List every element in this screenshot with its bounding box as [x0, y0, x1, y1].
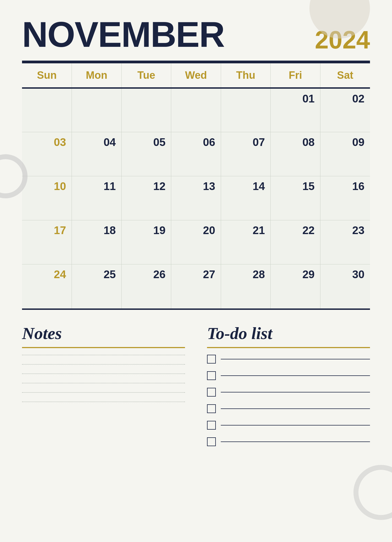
cell-empty-1	[22, 88, 72, 132]
todo-item-4	[207, 404, 370, 413]
notes-line-1	[22, 355, 185, 355]
cell-nov-1: 01	[271, 88, 320, 132]
notes-line-6	[22, 402, 185, 402]
cell-nov-30: 30	[320, 264, 370, 308]
date-24: 24	[28, 268, 66, 281]
todo-checkbox-5[interactable]	[207, 421, 216, 430]
cell-nov-22: 22	[271, 220, 320, 264]
todo-title: To-do list	[207, 324, 370, 343]
cell-nov-24: 24	[22, 264, 72, 308]
cell-nov-18: 18	[72, 220, 122, 264]
date-05: 05	[127, 136, 166, 148]
date-28: 28	[227, 268, 265, 281]
todo-line-4	[221, 408, 370, 409]
todo-checkbox-6[interactable]	[207, 437, 216, 446]
todo-line-2	[221, 375, 370, 376]
calendar-week-4: 17 18 19 20 21 22	[22, 220, 370, 264]
cell-nov-23: 23	[320, 220, 370, 264]
cell-nov-20: 20	[171, 220, 221, 264]
cell-empty-5	[221, 88, 271, 132]
date-25: 25	[77, 268, 116, 281]
cell-nov-29: 29	[271, 264, 320, 308]
cell-nov-14: 14	[221, 176, 271, 220]
notes-underline	[22, 347, 185, 348]
notes-title: Notes	[22, 324, 185, 343]
cell-nov-5: 05	[121, 132, 171, 176]
cell-nov-2: 02	[320, 88, 370, 132]
day-sat: Sat	[320, 63, 370, 88]
cell-nov-28: 28	[221, 264, 271, 308]
date-26: 26	[127, 268, 166, 281]
cell-nov-21: 21	[221, 220, 271, 264]
cell-nov-11: 11	[72, 176, 122, 220]
day-header-row: Sun Mon Tue Wed Thu Fri Sat	[22, 63, 370, 88]
date-11: 11	[77, 180, 116, 193]
date-01: 01	[276, 93, 315, 105]
date-06: 06	[177, 136, 215, 148]
date-29: 29	[276, 268, 315, 281]
notes-line-3	[22, 373, 185, 374]
todo-section: To-do list	[207, 324, 370, 454]
date-12: 12	[127, 180, 166, 193]
date-15: 15	[276, 180, 315, 193]
cell-nov-19: 19	[121, 220, 171, 264]
todo-line-6	[221, 441, 370, 442]
notes-line-2	[22, 364, 185, 365]
date-23: 23	[326, 224, 364, 237]
todo-item-6	[207, 437, 370, 446]
date-27: 27	[177, 268, 215, 281]
bottom-section: Notes To-do list	[22, 324, 370, 454]
cell-nov-17: 17	[22, 220, 72, 264]
todo-checkbox-3[interactable]	[207, 388, 216, 397]
cell-nov-4: 04	[72, 132, 122, 176]
date-19: 19	[127, 224, 166, 237]
day-tue: Tue	[121, 63, 171, 88]
date-18: 18	[77, 224, 116, 237]
date-07: 07	[227, 136, 265, 148]
date-10: 10	[28, 180, 66, 193]
cell-nov-10: 10	[22, 176, 72, 220]
calendar-table: Sun Mon Tue Wed Thu Fri Sat	[22, 62, 370, 308]
cell-nov-6: 06	[171, 132, 221, 176]
notes-line-5	[22, 392, 185, 393]
todo-checkbox-2[interactable]	[207, 371, 216, 380]
cell-nov-25: 25	[72, 264, 122, 308]
todo-line-3	[221, 392, 370, 392]
todo-item-1	[207, 355, 370, 364]
cell-nov-3: 03	[22, 132, 72, 176]
date-09: 09	[326, 136, 364, 148]
page-container: NOVEMBER 2024 Sun Mon Tue Wed Thu Fri Sa…	[0, 0, 392, 542]
day-sun: Sun	[22, 63, 72, 88]
cell-nov-12: 12	[121, 176, 171, 220]
date-30: 30	[326, 268, 364, 281]
cell-nov-15: 15	[271, 176, 320, 220]
cell-nov-27: 27	[171, 264, 221, 308]
calendar-week-5: 24 25 26 27 28 29	[22, 264, 370, 308]
date-08: 08	[276, 136, 315, 148]
date-16: 16	[326, 180, 364, 193]
todo-checkbox-1[interactable]	[207, 355, 216, 364]
date-02: 02	[326, 93, 364, 105]
cell-empty-3	[121, 88, 171, 132]
calendar-week-3: 10 11 12 13 14 15	[22, 176, 370, 220]
date-14: 14	[227, 180, 265, 193]
cell-nov-9: 09	[320, 132, 370, 176]
cell-nov-7: 07	[221, 132, 271, 176]
date-13: 13	[177, 180, 215, 193]
calendar-bottom-border	[22, 308, 370, 310]
cell-empty-4	[171, 88, 221, 132]
todo-checkbox-4[interactable]	[207, 404, 216, 413]
calendar-container: Sun Mon Tue Wed Thu Fri Sat	[22, 61, 370, 310]
month-title: NOVEMBER	[22, 17, 224, 52]
cell-nov-26: 26	[121, 264, 171, 308]
cell-nov-16: 16	[320, 176, 370, 220]
cell-nov-8: 08	[271, 132, 320, 176]
day-thu: Thu	[221, 63, 271, 88]
todo-line-5	[221, 425, 370, 426]
date-03: 03	[28, 136, 66, 148]
cell-empty-2	[72, 88, 122, 132]
date-04: 04	[77, 136, 116, 148]
calendar-week-2: 03 04 05 06 07 08	[22, 132, 370, 176]
deco-circle-bottom-right	[353, 465, 392, 520]
date-21: 21	[227, 224, 265, 237]
